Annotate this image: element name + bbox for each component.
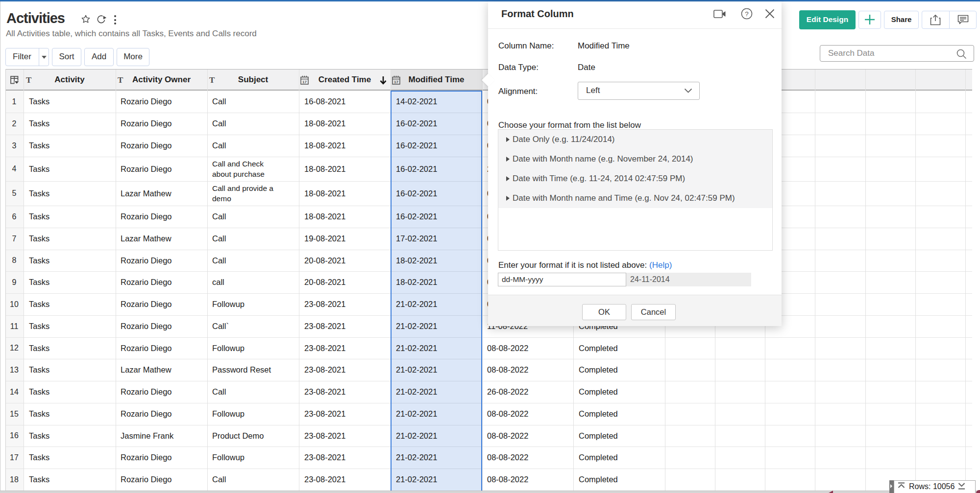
- svg-text:?: ?: [745, 10, 749, 18]
